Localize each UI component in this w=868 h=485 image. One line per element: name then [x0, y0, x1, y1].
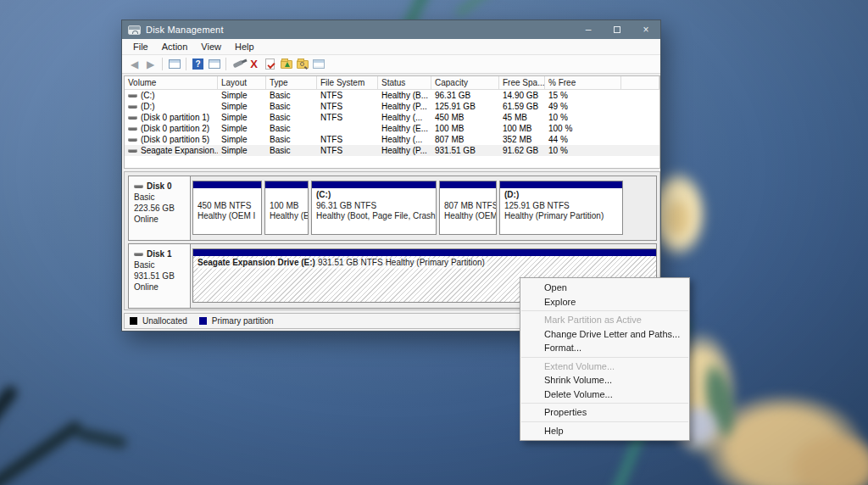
folder-up-icon[interactable] [279, 58, 293, 71]
cell-free: 14.90 GB [499, 91, 545, 100]
menu-separator [521, 357, 688, 358]
menu-item-open[interactable]: Open [520, 281, 689, 295]
disk-type: Basic [134, 259, 190, 270]
volume-list: Volume Layout Type File System Status Ca… [124, 75, 660, 169]
menu-item-explore[interactable]: Explore [520, 295, 689, 309]
cell-free: 352 MB [499, 135, 545, 144]
menu-item-properties[interactable]: Properties [520, 405, 689, 420]
menu-item-format[interactable]: Format... [520, 341, 689, 355]
col-file-system[interactable]: File System [317, 76, 378, 89]
partition-color-bar [440, 181, 496, 188]
cell-layout: Simple [218, 113, 266, 122]
menu-separator [521, 403, 688, 404]
volume-icon [128, 149, 137, 153]
menu-item-shrink-volume[interactable]: Shrink Volume... [520, 373, 689, 387]
disk-icon [134, 253, 143, 256]
disk-type: Basic [134, 192, 190, 203]
volume-icon [128, 127, 137, 131]
cell-type: Basic [266, 102, 317, 111]
menu-file[interactable]: File [126, 39, 155, 54]
cell-type: Basic [266, 146, 317, 155]
volume-icon [128, 105, 137, 109]
minimize-button[interactable]: – [574, 20, 603, 39]
disk-1-label[interactable]: Disk 1 Basic 931.51 GB Online [129, 244, 191, 308]
popup-tool-icon[interactable] [231, 58, 245, 71]
volume-icon [128, 94, 137, 98]
window-title: Disk Management [146, 25, 224, 35]
partition-size: 100 MB [270, 201, 308, 212]
partition-size: 450 MB NTFS [198, 201, 261, 212]
close-button[interactable]: × [632, 20, 660, 39]
menu-item-change-drive-letter[interactable]: Change Drive Letter and Paths... [520, 327, 689, 342]
partition-title: (C:) [316, 190, 436, 201]
col-layout[interactable]: Layout [218, 76, 266, 89]
col-free-space[interactable]: Free Spa... [499, 76, 545, 89]
partition-title [198, 190, 261, 201]
cell-status: Healthy (... [378, 135, 431, 144]
volume-row-partition2[interactable]: (Disk 0 partition 2) Simple Basic Health… [125, 123, 659, 134]
menu-item-help[interactable]: Help [520, 424, 689, 438]
partition-d[interactable]: (D:)125.91 GB NTFSHealthy (Primary Parti… [499, 181, 623, 235]
col-volume[interactable]: Volume [125, 76, 218, 89]
delete-icon[interactable]: X [247, 58, 261, 71]
volume-row-partition1[interactable]: (Disk 0 partition 1) Simple Basic NTFS H… [125, 112, 659, 123]
menu-view[interactable]: View [194, 39, 228, 54]
cell-free: 91.62 GB [499, 146, 545, 155]
cell-pct: 100 % [545, 124, 621, 133]
cell-layout: Simple [218, 91, 266, 100]
disk-0-partitions: 450 MB NTFSHealthy (OEM I 100 MBHealthy … [191, 176, 656, 240]
partition-color-bar [265, 181, 308, 188]
partition-807mb[interactable]: 807 MB NTFSHealthy (OEM Pa [439, 181, 497, 235]
back-icon[interactable]: ◀ [127, 58, 142, 71]
toolbar-separator [186, 58, 186, 70]
volume-row-c[interactable]: (C:) Simple Basic NTFS Healthy (B... 96.… [125, 90, 659, 101]
partition-size: 96.31 GB NTFS [316, 201, 436, 212]
help-icon[interactable]: ? [191, 58, 205, 71]
cell-capacity: 96.31 GB [431, 91, 499, 100]
partition-c[interactable]: (C:)96.31 GB NTFSHealthy (Boot, Page Fil… [311, 181, 437, 235]
volume-name: (D:) [141, 102, 155, 111]
cell-layout: Simple [218, 102, 266, 111]
cell-fs: NTFS [317, 146, 378, 155]
partition-title: Seagate Expansion Drive (E:) [198, 258, 318, 269]
menu-action[interactable]: Action [155, 39, 195, 54]
partition-health: Healthy (OEM Pa [444, 211, 496, 222]
details-view-icon[interactable] [311, 58, 326, 71]
cell-type: Basic [266, 124, 317, 133]
title-bar[interactable]: Disk Management – × [122, 20, 660, 39]
volume-row-seagate[interactable]: Seagate Expansion... Simple Basic NTFS H… [125, 145, 659, 156]
cell-capacity: 100 MB [431, 124, 499, 133]
cell-pct: 10 % [545, 146, 621, 155]
volume-name: (Disk 0 partition 2) [141, 124, 209, 133]
cell-fs: NTFS [317, 91, 378, 100]
partition-450mb[interactable]: 450 MB NTFSHealthy (OEM I [192, 181, 262, 235]
maximize-button[interactable] [603, 20, 632, 39]
cell-type: Basic [266, 91, 317, 100]
partition-100mb[interactable]: 100 MBHealthy (E [264, 181, 309, 235]
cell-capacity: 931.51 GB [431, 146, 499, 155]
volume-row-partition5[interactable]: (Disk 0 partition 5) Simple Basic NTFS H… [125, 134, 659, 145]
cell-pct: 49 % [545, 102, 621, 111]
volume-row-d[interactable]: (D:) Simple Basic NTFS Healthy (P... 125… [125, 101, 659, 112]
col-type[interactable]: Type [266, 76, 317, 89]
folder-search-icon[interactable] [295, 58, 309, 71]
volume-icon [128, 116, 137, 120]
disk-name: Disk 1 [147, 249, 171, 259]
cell-capacity: 125.91 GB [431, 102, 499, 111]
console-panel-icon[interactable] [207, 58, 221, 71]
console-window-icon[interactable] [167, 58, 181, 71]
partition-size: 931.51 GB NTFS [318, 258, 386, 269]
col-status[interactable]: Status [378, 76, 431, 89]
menu-help[interactable]: Help [228, 39, 261, 54]
col-pct-free[interactable]: % Free [545, 76, 621, 89]
cell-status: Healthy (P... [378, 146, 431, 155]
menu-item-delete-volume[interactable]: Delete Volume... [520, 387, 689, 402]
col-capacity[interactable]: Capacity [431, 76, 499, 89]
disk-0-label[interactable]: Disk 0 Basic 223.56 GB Online [129, 176, 191, 240]
forward-icon[interactable]: ▶ [143, 58, 158, 71]
partition-title [444, 190, 496, 201]
cell-layout: Simple [218, 135, 266, 144]
disk-name: Disk 0 [147, 181, 171, 191]
disk-icon [134, 185, 143, 188]
check-disk-icon[interactable] [263, 58, 277, 71]
